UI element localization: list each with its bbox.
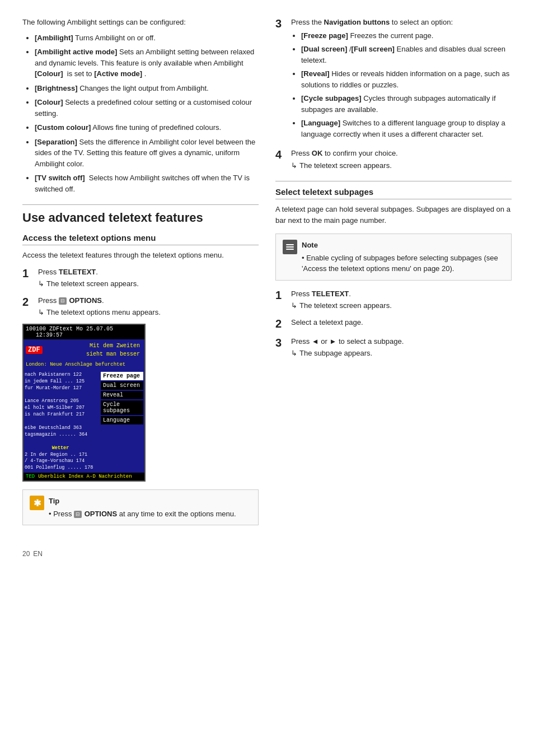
step-2: 2 Press ⊟ OPTIONS. ↳ The teletext option… (22, 295, 259, 318)
tt-menu-cycle[interactable]: Cycle subpages (101, 400, 143, 415)
tt-headline: Mit dem Zweiten (46, 342, 142, 350)
tt-menu-freeze[interactable]: Freeze page (101, 372, 143, 380)
note-icon-lines (286, 244, 294, 250)
item-label: [Active mode] (94, 69, 142, 78)
intro-text: The following Ambilight settings can be … (22, 17, 259, 28)
tt-news-line: el holt WM-Silber 207 (25, 405, 96, 412)
tt-news-line: nach Pakistanern 122 (25, 372, 96, 379)
step-number: 2 (22, 295, 35, 309)
subpage-step-3: 3 Press ◄ or ► to select a subpage. ↳ Th… (275, 336, 512, 359)
item-label: [Full screen] (352, 45, 395, 53)
note-content: Note • Enable cycling of subpages before… (302, 240, 504, 274)
tt-menu-dual[interactable]: Dual screen (101, 381, 143, 390)
note-label: Note (302, 240, 504, 251)
tip-text: • Press ⊟ OPTIONS at any time to exit th… (49, 508, 236, 520)
arrow-icon: ↳ (291, 160, 297, 171)
right-column: 3 Press the Navigation buttons to select… (275, 17, 512, 533)
tt-news-line: in jedem Fall ... 125 (25, 379, 96, 385)
step-number: 3 (275, 336, 288, 349)
ambilight-settings-list: [Ambilight] Turns Ambilight on or off. [… (22, 32, 259, 195)
step-3: 3 Press the Navigation buttons to select… (275, 17, 512, 142)
step-number: 2 (275, 317, 288, 330)
note-text: • Enable cycling of subpages before sele… (302, 253, 504, 274)
arrow-icon: ↳ (38, 307, 44, 318)
tip-box: ✱ Tip • Press ⊟ OPTIONS at any time to e… (22, 489, 259, 525)
section-divider-right (275, 181, 512, 181)
item-label: [Ambilight] (35, 34, 73, 42)
step-result: ↳ The teletext screen appears. (38, 278, 259, 290)
arrow-icon: ↳ (291, 348, 297, 359)
tt-headline2: sieht man besser (46, 350, 142, 358)
step-keyword: Navigation buttons (324, 18, 390, 26)
tt-footer-nav: Uberblick Index A-D Nachrichten (38, 474, 132, 479)
tip-icon: ✱ (30, 496, 44, 510)
select-subpages-intro: A teletext page can hold several subpage… (275, 204, 512, 226)
step-text: Press ⊟ OPTIONS. (38, 296, 104, 305)
tt-news-line: 001 Pollenflug ..... 178 (25, 465, 96, 472)
tt-news-col: nach Pakistanern 122 in jedem Fall ... 1… (24, 371, 97, 473)
tt-menu-reveal[interactable]: Reveal (101, 391, 143, 399)
arrow-icon: ↳ (38, 278, 44, 290)
tt-news-line: is nach Frankfurt 217 (25, 412, 96, 418)
tt-news-line: fur Murat-Morder 127 (25, 385, 96, 392)
sub-list-item: [Cycle subpages] Cycles through subpages… (301, 93, 512, 115)
tt-header: 100 100 ZDFtext Mo 25.07.05 12:39:57 (24, 325, 144, 339)
list-item: [Separation] Sets the difference in Ambi… (35, 137, 259, 170)
item-label: [Colour] (35, 69, 63, 78)
page-number: 20 (22, 550, 30, 558)
tt-logo: ZDF (26, 346, 43, 354)
step-result: ↳ The teletext screen appears. (291, 160, 512, 171)
tt-news-line: tagsmagazin ...... 364 (25, 432, 96, 438)
options-icon: ⊟ (74, 511, 82, 519)
step-content: Press OK to confirm your choice. ↳ The t… (291, 148, 512, 171)
item-label: [Reveal] (301, 69, 330, 78)
section-title: Use advanced teletext features (22, 211, 259, 225)
step-keyword: TELETEXT (59, 268, 96, 276)
tt-info: 100 ZDFtext Mo 25.07.05 12:39:57 (36, 326, 142, 338)
tt-news-line: 2 In der Region .. 171 (25, 452, 96, 459)
tt-news-line: Lance Armstrong 205 (25, 398, 96, 405)
step-content: Press TELETEXT. ↳ The teletext screen ap… (38, 267, 259, 290)
step-result: ↳ The teletext options menu appears. (38, 307, 259, 318)
item-label: [Dual screen] (301, 45, 347, 53)
access-menu-intro: Access the teletext features through the… (22, 250, 259, 261)
tt-ticker: London: Neue Anschlage befurchtet (24, 361, 144, 368)
tt-menu-container: nach Pakistanern 122 in jedem Fall ... 1… (24, 371, 144, 473)
result-text: The teletext screen appears. (299, 300, 392, 311)
step-content: Press TELETEXT. ↳ The teletext screen ap… (291, 288, 512, 311)
tt-news-line: Wetter (25, 445, 96, 452)
subpage-step-1: 1 Press TELETEXT. ↳ The teletext screen … (275, 288, 512, 311)
list-item: [Ambilight] Turns Ambilight on or off. (35, 32, 259, 44)
step-sub-list: [Freeze page] Freezes the current page. … (291, 30, 512, 140)
page-footer: 20 EN (22, 550, 512, 558)
tt-menu-language[interactable]: Language (101, 416, 143, 424)
options-icon: ⊟ (59, 297, 67, 305)
note-line (286, 249, 294, 250)
tt-page-num: 100 (26, 326, 36, 338)
item-label: [Ambilight active mode] (35, 48, 117, 56)
list-item: [Custom colour] Allows fine tuning of pr… (35, 122, 259, 133)
list-item: [TV switch off] Selects how Ambilight sw… (35, 172, 259, 194)
step-result: ↳ The subpage appears. (291, 348, 512, 359)
sub-list-item: [Reveal] Hides or reveals hidden informa… (301, 68, 512, 90)
left-column: The following Ambilight settings can be … (22, 17, 259, 533)
tip-keyword: OPTIONS (85, 510, 118, 518)
note-icon (283, 240, 297, 254)
result-text: The teletext screen appears. (46, 278, 139, 290)
section-divider (22, 204, 259, 205)
step-text: Press TELETEXT. (38, 268, 98, 276)
step-text: Press TELETEXT. (291, 290, 351, 298)
step-text: Select a teletext page. (291, 318, 363, 326)
step-number: 1 (22, 267, 35, 280)
item-label: [Brightness] (35, 84, 78, 92)
step-text: Press the Navigation buttons to select a… (291, 18, 453, 26)
tt-menu-col: Freeze page Dual screen Reveal Cycle sub… (100, 371, 144, 473)
item-label: [TV switch off] (35, 174, 85, 182)
step-content: Press ◄ or ► to select a subpage. ↳ The … (291, 336, 512, 359)
arrow-icon: ↳ (291, 300, 297, 311)
tip-content: Tip • Press ⊟ OPTIONS at any time to exi… (49, 496, 236, 519)
item-label: [Cycle subpages] (301, 94, 362, 102)
result-text: The subpage appears. (299, 348, 372, 359)
subpage-step-2: 2 Select a teletext page. (275, 317, 512, 330)
step-result: ↳ The teletext screen appears. (291, 300, 512, 311)
